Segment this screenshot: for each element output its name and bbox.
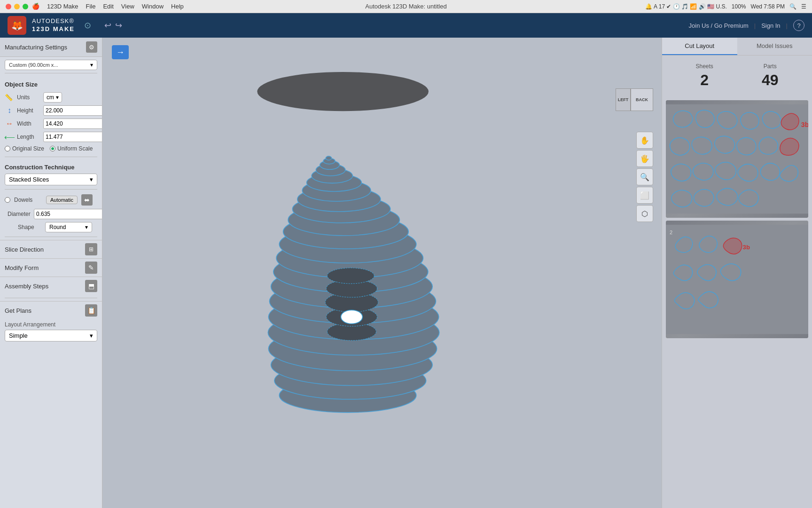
dowels-icon-button[interactable]: ⬌ [81, 194, 93, 206]
dowels-auto-button[interactable]: Automatic [46, 196, 78, 204]
slice-direction-button[interactable]: ⊞ [85, 243, 97, 255]
original-size-radio-dot [5, 146, 10, 151]
length-icon: ⟵ [5, 132, 14, 142]
appbar-left: 🦊 AUTODESK® 123D MAKE ⊙ ↩ ↪ [8, 16, 122, 35]
file-menu[interactable]: File [86, 3, 95, 10]
view-menu[interactable]: View [121, 3, 134, 10]
shape-row: Shape Round ▾ [0, 221, 102, 234]
diameter-row: Diameter ▲ ▼ [0, 207, 102, 221]
uniform-scale-radio-dot [50, 146, 55, 151]
uniform-scale-radio[interactable]: Uniform Scale [50, 145, 93, 152]
parts-stat: Parts 49 [762, 63, 779, 89]
svg-point-21 [326, 156, 332, 160]
assembly-steps-button[interactable]: ⬒ [85, 280, 97, 292]
width-row: ↔ Width ▲ ▼ [0, 117, 102, 130]
right-panel: Cut Layout Model Issues Sheets 2 Parts 4… [662, 38, 812, 508]
appbar-divider: | [754, 22, 756, 29]
help-button[interactable]: ? [793, 20, 804, 31]
modify-form-row[interactable]: Modify Form ✎ [0, 258, 102, 277]
object-size-title: Object Size [0, 76, 102, 91]
preset-dropdown[interactable]: Custom (90.00cm x... ▾ [5, 60, 97, 70]
undo-button[interactable]: ↩ [104, 20, 111, 31]
dowels-row: Dowels Automatic ⬌ [0, 192, 102, 207]
sheet-previews: 3b 2 [662, 96, 812, 342]
height-row: ↕ Height 22.000 ▲ ▼ [0, 104, 102, 117]
length-input[interactable] [43, 132, 102, 142]
construction-technique-label: Construction Technique [0, 160, 102, 173]
window-menu[interactable]: Window [142, 3, 164, 10]
cut-pattern-2: 2 [666, 221, 808, 338]
shape-chevron-icon: ▾ [85, 224, 88, 230]
preset-value: Custom (90.00cm x... [9, 62, 58, 68]
original-size-label: Original Size [12, 145, 44, 152]
slice-direction-row[interactable]: Slice Direction ⊞ [0, 240, 102, 258]
original-size-radio[interactable]: Original Size [5, 145, 44, 152]
app-title: AUTODESK® 123D MAKE [32, 17, 75, 33]
parts-label: Parts [762, 63, 779, 70]
appbar: 🦊 AUTODESK® 123D MAKE ⊙ ↩ ↪ Join Us / Go… [0, 13, 812, 38]
divider-4 [5, 237, 97, 237]
width-input[interactable] [43, 119, 102, 129]
assembly-steps-row[interactable]: Assembly Steps ⬒ [0, 277, 102, 295]
sheets-stat: Sheets 2 [696, 63, 713, 89]
get-plans-label: Get Plans [5, 307, 31, 314]
search-icon[interactable]: 🔍 [789, 3, 796, 10]
apple-menu[interactable]: 🍎 [32, 3, 39, 10]
height-input[interactable]: 22.000 [43, 105, 102, 116]
home-icon[interactable]: ⊙ [84, 20, 91, 31]
sidebar: Manufacturing Settings ⚙ Custom (90.00cm… [0, 38, 102, 508]
menu-icon[interactable]: ☰ [801, 3, 806, 10]
get-plans-row[interactable]: Get Plans 📋 [0, 301, 102, 319]
units-icon: 📏 [5, 94, 14, 101]
technique-value: Stacked Slices [9, 176, 49, 183]
shape-value: Round [49, 224, 66, 230]
edit-menu[interactable]: Edit [103, 3, 113, 10]
sheet-preview-1[interactable]: 3b [666, 100, 808, 218]
join-premium-button[interactable]: Join Us / Go Premium [689, 22, 749, 29]
minimize-button[interactable] [14, 4, 20, 9]
layout-dropdown[interactable]: Simple ▾ [5, 330, 97, 341]
signin-button[interactable]: Sign In [761, 22, 780, 29]
shape-dropdown[interactable]: Round ▾ [45, 222, 92, 232]
units-chevron-icon: ▾ [56, 94, 59, 101]
width-label: Width [17, 120, 40, 127]
diameter-label: Diameter [8, 211, 31, 217]
manufacturing-settings-gear[interactable]: ⚙ [86, 41, 97, 53]
appbar-divider2: | [786, 22, 788, 29]
height-icon: ↕ [5, 106, 14, 115]
help-menu[interactable]: Help [171, 3, 184, 10]
tab-cut-layout[interactable]: Cut Layout [662, 38, 737, 55]
panel-stats: Sheets 2 Parts 49 [662, 56, 812, 96]
close-button[interactable] [6, 4, 11, 9]
dowels-radio-dot[interactable] [5, 197, 10, 203]
slice-direction-label: Slice Direction [5, 246, 44, 253]
viewport[interactable]: → LEFT BACK ✋ 🖐 🔍 ⬜ ⬡ [102, 38, 662, 508]
svg-text:3b: 3b [801, 121, 808, 128]
logo-icon: 🦊 [11, 20, 23, 31]
length-label: Length [17, 134, 40, 140]
svg-point-27 [341, 310, 363, 324]
brand-line2: 123D MAKE [32, 25, 75, 33]
divider-5 [5, 298, 97, 298]
model-svg [102, 38, 662, 508]
brand-line1: AUTODESK® [32, 17, 75, 25]
technique-chevron-icon: ▾ [90, 176, 93, 183]
tab-model-issues[interactable]: Model Issues [737, 38, 812, 55]
redo-button[interactable]: ↪ [115, 20, 122, 31]
technique-dropdown[interactable]: Stacked Slices ▾ [5, 174, 97, 185]
system-icons: 🔔 A 17 ✔ 🕐 🎵 📶 🔊 🇺🇸 U.S. [645, 3, 726, 10]
divider-2 [5, 157, 97, 157]
get-plans-button[interactable]: 📋 [85, 304, 97, 317]
manufacturing-settings-label: Manufacturing Settings [5, 44, 67, 51]
units-dropdown[interactable]: cm ▾ [43, 92, 62, 103]
assembly-steps-label: Assembly Steps [5, 283, 48, 290]
modify-form-button[interactable]: ✎ [85, 262, 97, 274]
app-menu[interactable]: 123D Make [47, 3, 78, 10]
scale-row: Original Size Uniform Scale [0, 143, 102, 154]
appbar-right: Join Us / Go Premium | Sign In | ? [689, 20, 804, 31]
units-label: Units [17, 94, 40, 101]
modify-form-label: Modify Form [5, 264, 39, 271]
fullscreen-button[interactable] [23, 4, 28, 9]
sheet-preview-2[interactable]: 2 [666, 221, 808, 338]
diameter-input[interactable] [34, 209, 102, 219]
